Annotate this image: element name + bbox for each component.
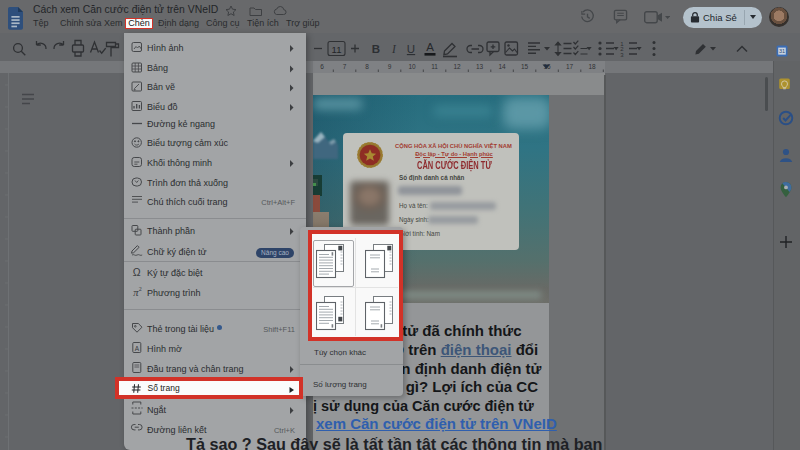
svg-text:3: 3 (620, 51, 624, 57)
svg-text:6: 6 (320, 63, 324, 70)
svg-text:11: 11 (431, 63, 438, 70)
svg-text:17: 17 (566, 63, 574, 70)
svg-text:10: 10 (408, 63, 416, 70)
svg-text:B: B (372, 43, 380, 55)
svg-text:Ω: Ω (133, 266, 141, 278)
svg-text:7: 7 (343, 63, 347, 70)
svg-text:15: 15 (521, 63, 529, 70)
svg-text:I: I (391, 43, 397, 55)
svg-text:A: A (135, 345, 140, 352)
svg-text:U: U (407, 43, 415, 55)
svg-text:14: 14 (498, 63, 506, 70)
svg-text:18: 18 (588, 63, 596, 70)
svg-text:31: 31 (779, 48, 785, 54)
svg-text:9: 9 (388, 63, 392, 70)
svg-text:12: 12 (453, 63, 461, 70)
svg-text:11: 11 (332, 43, 342, 54)
svg-text:A: A (426, 41, 434, 53)
svg-text:8: 8 (365, 63, 369, 70)
svg-text:2: 2 (139, 286, 142, 292)
svg-text:13: 13 (476, 63, 484, 70)
